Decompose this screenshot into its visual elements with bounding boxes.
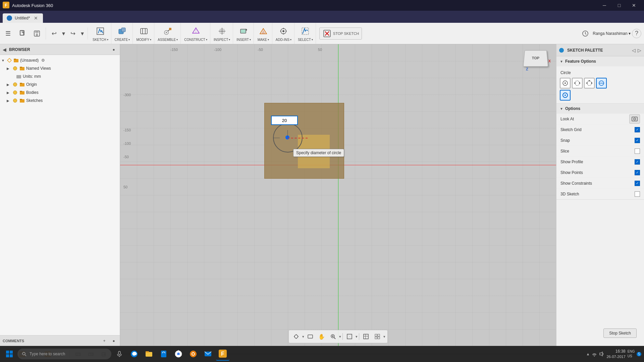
notification-badge[interactable]: 5 [637,352,641,356]
units-item[interactable]: Units: mm [0,72,120,80]
pan-button[interactable]: ✋ [316,331,327,342]
select-button[interactable] [299,25,311,37]
show-constraints-checkbox[interactable]: ✓ [635,181,640,186]
sketches-item[interactable]: ▶ Sketches [0,97,120,105]
navcube-face[interactable]: TOP [523,50,548,66]
sketch-grid-checkbox[interactable]: ✓ [635,127,640,132]
addins-label[interactable]: ADD-INS▾ [276,38,291,42]
insert-button[interactable] [238,25,250,37]
svg-rect-100 [161,351,166,357]
palette-pin-button[interactable]: ◁ [632,48,636,53]
redo-button[interactable]: ↪ [67,27,79,40]
svg-rect-76 [632,117,637,121]
show-profile-checkbox[interactable]: ✓ [635,159,640,165]
addins-button[interactable] [277,25,289,37]
sketch-button[interactable] [94,25,106,37]
task-blender[interactable] [186,347,200,361]
root-settings-icon[interactable]: ⚙ [41,58,45,63]
units-icon [16,74,21,79]
taskbar-search[interactable]: Type here to search [17,349,111,359]
3d-sketch-checkbox[interactable] [635,191,640,197]
show-constraints-row: Show Constraints ✓ [556,178,644,189]
slice-checkbox[interactable] [635,148,640,154]
crosshair-horizontal [273,138,280,138]
close-button[interactable]: ✕ [627,0,641,11]
svg-point-70 [591,82,592,84]
snap-button[interactable] [291,331,302,342]
make-label[interactable]: MAKE▾ [258,38,269,42]
circle-3point-btn[interactable] [584,78,595,88]
options-arrow: ▼ [560,107,563,111]
grid-toggle-button[interactable] [361,331,371,342]
file-menu-button[interactable] [15,27,30,40]
modify-button[interactable] [138,25,150,37]
fit-button[interactable] [305,331,316,342]
named-views-arrow: ▶ [7,67,11,70]
user-name[interactable]: Ranga Narashiman ▾ [593,31,631,36]
task-chrome[interactable] [172,347,185,361]
modify-label[interactable]: MODIFY▾ [136,38,151,42]
sketch-label[interactable]: SKETCH▾ [93,38,108,42]
task-fusion-active[interactable]: F [216,347,229,361]
stop-sketch-palette-button[interactable]: Stop Sketch [603,328,637,338]
redo-dropdown[interactable]: ▾ [79,27,85,40]
stop-sketch-button[interactable]: STOP SKETCH [319,27,362,40]
root-label: (Unsaved) [20,58,39,63]
construct-button[interactable] [190,25,202,37]
snap-checkbox[interactable]: ✓ [635,138,640,143]
create-button[interactable] [116,25,128,37]
insert-label[interactable]: INSERT▾ [236,38,251,42]
undo-dropdown[interactable]: ▾ [61,27,66,40]
circle-diameter-btn[interactable] [596,78,607,88]
bodies-item[interactable]: ▶ Bodies [0,88,120,97]
named-views-item[interactable]: ▶ Named Views [0,64,120,72]
circle-arc-btn[interactable] [560,90,571,101]
diameter-input[interactable] [271,116,298,125]
maximize-button[interactable]: □ [612,0,627,11]
display-mode-button[interactable] [344,331,355,342]
tray-arrow[interactable]: ▲ [586,352,590,356]
svg-point-109 [594,356,595,357]
tree-root[interactable]: ▼ (Unsaved) ⚙ [0,56,120,64]
layout-button[interactable] [372,331,383,342]
task-edge-browser[interactable] [127,347,141,361]
task-store[interactable] [157,347,170,361]
inspect-label[interactable]: INSPECT▾ [214,38,230,42]
construct-label[interactable]: CONSTRUCT▾ [184,38,207,42]
start-button[interactable] [3,347,16,361]
document-tab[interactable]: Untitled* ✕ [3,13,43,23]
palette-expand-button[interactable]: ▷ [638,48,641,53]
minimize-button[interactable]: ─ [597,0,612,11]
circle-center-btn[interactable] [560,78,571,88]
assemble-label[interactable]: ASSEMBLE▾ [158,38,178,42]
task-file-explorer[interactable] [142,347,156,361]
svg-text:F: F [5,3,7,8]
navcube[interactable]: TOP X Z [524,50,551,76]
undo-button[interactable]: ↩ [48,27,60,40]
zoom-button[interactable] [328,331,338,342]
make-button[interactable] [257,25,269,37]
task-microphone[interactable] [113,347,126,361]
origin-item[interactable]: ▶ Origin [0,80,120,88]
browser-collapse-button[interactable]: ◀ [3,47,6,52]
save-button[interactable] [31,27,43,40]
show-points-checkbox[interactable]: ✓ [635,170,640,175]
inspect-button[interactable] [216,25,228,37]
comments-add-button[interactable]: + [101,338,108,344]
root-arrow: ▼ [1,59,5,62]
menu-button[interactable]: ☰ [3,28,13,39]
tab-close-button[interactable]: ✕ [34,15,38,21]
task-mail[interactable] [201,347,215,361]
help-button[interactable]: ? [632,29,641,38]
circle-2point-btn[interactable] [572,78,583,88]
browser-settings-button[interactable]: ● [110,46,117,53]
select-label[interactable]: SELECT▾ [298,38,313,42]
look-at-button[interactable] [629,114,640,124]
feature-options-header[interactable]: ▼ Feature Options [556,56,644,66]
history-button[interactable] [579,27,591,40]
bodies-label: Bodies [26,90,39,95]
assemble-button[interactable] [162,25,174,37]
create-label[interactable]: CREATE▾ [115,38,130,42]
options-header[interactable]: ▼ Options [556,104,644,114]
comments-settings-button[interactable]: ● [110,338,117,344]
